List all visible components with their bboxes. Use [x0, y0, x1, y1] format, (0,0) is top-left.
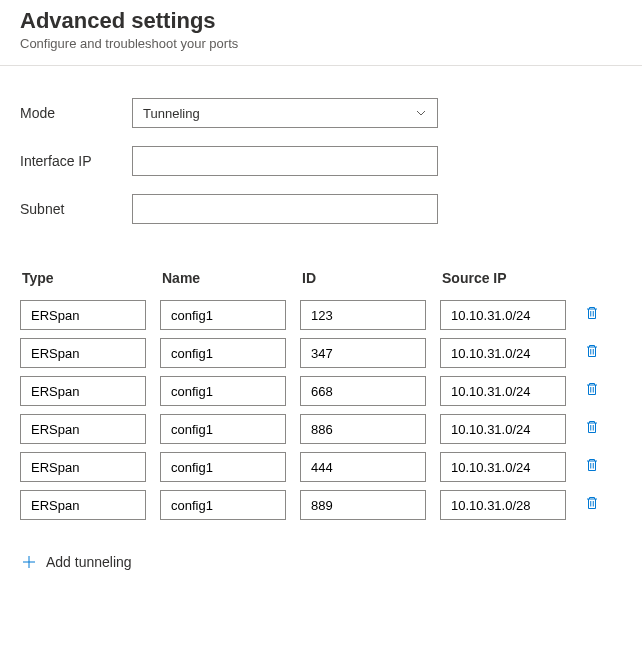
add-tunneling-label: Add tunneling — [46, 554, 132, 570]
table-headers: Type Name ID Source IP — [20, 270, 622, 286]
id-input[interactable] — [300, 300, 426, 330]
id-input[interactable] — [300, 414, 426, 444]
source-ip-input[interactable] — [440, 338, 566, 368]
table-row — [20, 452, 622, 482]
type-input[interactable] — [20, 300, 146, 330]
page-title: Advanced settings — [20, 8, 622, 34]
trash-icon — [584, 381, 600, 401]
table-section: Type Name ID Source IP Add tunneling — [0, 252, 642, 573]
chevron-down-icon — [415, 107, 427, 119]
header-id: ID — [300, 270, 440, 286]
type-input[interactable] — [20, 414, 146, 444]
name-input[interactable] — [160, 414, 286, 444]
table-row — [20, 300, 622, 330]
subnet-label: Subnet — [20, 201, 132, 217]
type-input[interactable] — [20, 490, 146, 520]
delete-button[interactable] — [580, 417, 604, 441]
id-input[interactable] — [300, 376, 426, 406]
source-ip-input[interactable] — [440, 490, 566, 520]
table-body — [20, 300, 622, 520]
trash-icon — [584, 419, 600, 439]
add-tunneling-button[interactable]: Add tunneling — [22, 554, 132, 570]
name-input[interactable] — [160, 452, 286, 482]
header-source-ip: Source IP — [440, 270, 580, 286]
delete-button[interactable] — [580, 341, 604, 365]
page-header: Advanced settings Configure and troubles… — [0, 0, 642, 66]
subnet-row: Subnet — [20, 194, 622, 224]
table-row — [20, 338, 622, 368]
mode-select-value: Tunneling — [143, 106, 415, 121]
delete-button[interactable] — [580, 303, 604, 327]
id-input[interactable] — [300, 338, 426, 368]
id-input[interactable] — [300, 452, 426, 482]
plus-icon — [22, 555, 36, 569]
mode-select[interactable]: Tunneling — [132, 98, 438, 128]
source-ip-input[interactable] — [440, 300, 566, 330]
trash-icon — [584, 457, 600, 477]
subnet-input[interactable] — [132, 194, 438, 224]
name-input[interactable] — [160, 300, 286, 330]
name-input[interactable] — [160, 376, 286, 406]
interface-ip-row: Interface IP — [20, 146, 622, 176]
form-section: Mode Tunneling Interface IP Subnet — [0, 66, 642, 252]
source-ip-input[interactable] — [440, 376, 566, 406]
trash-icon — [584, 495, 600, 515]
table-row — [20, 414, 622, 444]
interface-ip-input[interactable] — [132, 146, 438, 176]
delete-button[interactable] — [580, 379, 604, 403]
type-input[interactable] — [20, 376, 146, 406]
table-row — [20, 376, 622, 406]
table-row — [20, 490, 622, 520]
mode-label: Mode — [20, 105, 132, 121]
name-input[interactable] — [160, 490, 286, 520]
name-input[interactable] — [160, 338, 286, 368]
header-name: Name — [160, 270, 300, 286]
trash-icon — [584, 305, 600, 325]
source-ip-input[interactable] — [440, 452, 566, 482]
type-input[interactable] — [20, 338, 146, 368]
id-input[interactable] — [300, 490, 426, 520]
delete-button[interactable] — [580, 493, 604, 517]
trash-icon — [584, 343, 600, 363]
source-ip-input[interactable] — [440, 414, 566, 444]
page-subtitle: Configure and troubleshoot your ports — [20, 36, 622, 51]
type-input[interactable] — [20, 452, 146, 482]
header-type: Type — [20, 270, 160, 286]
mode-row: Mode Tunneling — [20, 98, 622, 128]
interface-ip-label: Interface IP — [20, 153, 132, 169]
delete-button[interactable] — [580, 455, 604, 479]
